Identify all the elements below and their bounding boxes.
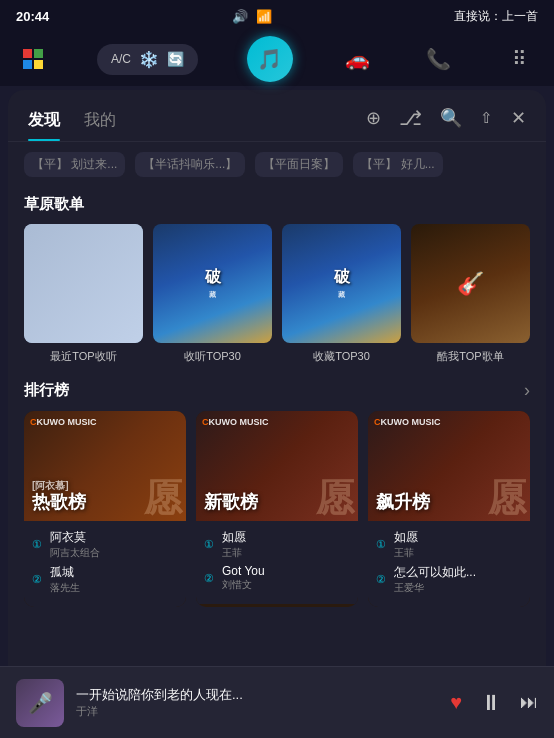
chart-bg-2: CKUWO MUSIC 愿 飙升榜 xyxy=(368,411,530,521)
kuwo-logo-2: CKUWO MUSIC xyxy=(374,417,441,427)
album-grid: 最近TOP收听 破 藏 收听TOP30 破 藏 xyxy=(24,224,530,364)
scroll-item-1[interactable]: 【半话抖响乐...】 xyxy=(135,152,245,177)
album-label-1: 收听TOP30 xyxy=(153,349,272,364)
chart-song-1-1[interactable]: ② Got You 刘惜文 xyxy=(204,564,350,592)
wifi-icon: 📶 xyxy=(256,9,272,24)
song-num: ② xyxy=(204,572,216,585)
song-name: 如愿 xyxy=(222,529,350,546)
song-artist: 王爱华 xyxy=(394,581,522,595)
chart-songs-1: ① 如愿 王菲 ② Got You 刘惜文 xyxy=(196,521,358,604)
volume-icon: 🔊 xyxy=(232,9,248,24)
player-thumbnail: 🎤 xyxy=(16,679,64,727)
album-cover-0 xyxy=(24,224,143,343)
tab-bar: 发现 我的 ⊕ ⎇ 🔍 ⇧ ✕ xyxy=(8,90,546,142)
kuwo-logo-0: CKUWO MUSIC xyxy=(30,417,97,427)
album-poster-3: 🎸 xyxy=(411,224,530,343)
song-name: 怎么可以如此... xyxy=(394,564,522,581)
chart-bg-text-2: 愿 xyxy=(488,479,526,517)
player-title: 一开始说陪你到老的人现在... xyxy=(76,686,438,704)
album-label-0: 最近TOP收听 xyxy=(24,349,143,364)
tab-discover[interactable]: 发现 xyxy=(28,102,60,141)
album-item-0[interactable]: 最近TOP收听 xyxy=(24,224,143,364)
windows-logo[interactable] xyxy=(18,44,48,74)
song-name: 阿衣莫 xyxy=(50,529,178,546)
album-poster-2: 破 藏 xyxy=(282,224,401,343)
song-artist: 刘惜文 xyxy=(222,578,350,592)
music-icon: 🎵 xyxy=(257,47,282,71)
logo-sq-green xyxy=(34,49,43,58)
album-cover-2: 破 藏 xyxy=(282,224,401,343)
scroll-item-3[interactable]: 【平】 好几... xyxy=(353,152,442,177)
chart-bg-text-0: 愿 xyxy=(144,479,182,517)
top-scroll-bar: 【平】 划过来... 【半话抖响乐...】 【平面日案】 【平】 好几... xyxy=(24,142,530,183)
chart-name-2: 飙升榜 xyxy=(376,493,430,513)
album-label-3: 酷我TOP歌单 xyxy=(411,349,530,364)
album-cover-3: 🎸 xyxy=(411,224,530,343)
song-artist: 王菲 xyxy=(394,546,522,560)
song-info: 如愿 王菲 xyxy=(222,529,350,560)
chart-song-0-1[interactable]: ② 孤城 落先生 xyxy=(32,564,178,595)
chart-songs-0: ① 阿衣莫 阿吉太组合 ② 孤城 落先生 xyxy=(24,521,186,607)
scroll-item-2[interactable]: 【平面日案】 xyxy=(255,152,343,177)
song-info: Got You 刘惜文 xyxy=(222,564,350,592)
song-info: 怎么可以如此... 王爱华 xyxy=(394,564,522,595)
song-num: ① xyxy=(204,538,216,551)
song-info: 孤城 落先生 xyxy=(50,564,178,595)
car-icon[interactable]: 🚗 xyxy=(342,43,374,75)
chart-song-2-0[interactable]: ① 如愿 王菲 xyxy=(376,529,522,560)
chart-name-0: [阿衣慕] 热歌榜 xyxy=(32,480,86,513)
ac-label: A/C xyxy=(111,52,131,66)
usb-icon[interactable]: ⎇ xyxy=(399,106,422,130)
song-artist: 落先生 xyxy=(50,581,178,595)
share-icon[interactable]: ⇧ xyxy=(480,109,493,127)
chart-card-2[interactable]: CKUWO MUSIC 愿 飙升榜 ① 如愿 王菲 xyxy=(368,411,530,607)
next-button[interactable]: ⏭ xyxy=(520,692,538,713)
recycle-icon: 🔄 xyxy=(167,51,184,67)
song-num: ① xyxy=(376,538,388,551)
heart-button[interactable]: ♥ xyxy=(450,691,462,714)
chart-bg-text-1: 愿 xyxy=(316,479,354,517)
player-controls: ♥ ⏸ ⏭ xyxy=(450,690,538,716)
chart-title: 排行榜 xyxy=(24,381,69,400)
bottom-player: 🎤 一开始说陪你到老的人现在... 于洋 ♥ ⏸ ⏭ xyxy=(0,666,554,738)
status-time: 20:44 xyxy=(16,9,49,24)
ac-control[interactable]: A/C ❄️ 🔄 xyxy=(97,44,198,75)
chart-card-1[interactable]: CKUWO MUSIC 愿 新歌榜 ① 如愿 王菲 xyxy=(196,411,358,607)
chart-arrow-icon[interactable]: › xyxy=(524,380,530,401)
main-panel: 发现 我的 ⊕ ⎇ 🔍 ⇧ ✕ 【平】 划过来... 【半话抖响乐...】 【平… xyxy=(8,90,546,690)
chart-grid: CKUWO MUSIC 愿 [阿衣慕] 热歌榜 ① 阿衣莫 阿吉太组合 xyxy=(24,411,530,607)
chart-song-2-1[interactable]: ② 怎么可以如此... 王爱华 xyxy=(376,564,522,595)
close-icon[interactable]: ✕ xyxy=(511,107,526,129)
player-info: 一开始说陪你到老的人现在... 于洋 xyxy=(76,686,438,719)
grassland-title: 草原歌单 xyxy=(24,195,530,214)
pause-button[interactable]: ⏸ xyxy=(480,690,502,716)
song-name: 如愿 xyxy=(394,529,522,546)
status-bar: 20:44 🔊 📶 直接说：上一首 xyxy=(0,0,554,32)
album-item-2[interactable]: 破 藏 收藏TOP30 xyxy=(282,224,401,364)
logo-sq-yellow xyxy=(34,60,43,69)
voice-command: 直接说：上一首 xyxy=(454,8,538,25)
phone-icon[interactable]: 📞 xyxy=(423,43,455,75)
album-item-1[interactable]: 破 藏 收听TOP30 xyxy=(153,224,272,364)
player-artist: 于洋 xyxy=(76,704,438,719)
search-icon[interactable]: 🔍 xyxy=(440,107,462,129)
panel-content: 【平】 划过来... 【半话抖响乐...】 【平面日案】 【平】 好几... 草… xyxy=(8,142,546,690)
music-app-button[interactable]: 🎵 xyxy=(247,36,293,82)
song-info: 如愿 王菲 xyxy=(394,529,522,560)
bluetooth-icon[interactable]: ⊕ xyxy=(366,107,381,129)
song-artist: 阿吉太组合 xyxy=(50,546,178,560)
chart-song-0-0[interactable]: ① 阿衣莫 阿吉太组合 xyxy=(32,529,178,560)
chart-card-0[interactable]: CKUWO MUSIC 愿 [阿衣慕] 热歌榜 ① 阿衣莫 阿吉太组合 xyxy=(24,411,186,607)
kuwo-logo-1: CKUWO MUSIC xyxy=(202,417,269,427)
song-num: ② xyxy=(32,573,44,586)
chart-name-1: 新歌榜 xyxy=(204,493,258,513)
grid-icon[interactable]: ⠿ xyxy=(504,43,536,75)
chart-songs-2: ① 如愿 王菲 ② 怎么可以如此... 王爱华 xyxy=(368,521,530,607)
chart-song-1-0[interactable]: ① 如愿 王菲 xyxy=(204,529,350,560)
scroll-item-0[interactable]: 【平】 划过来... xyxy=(24,152,125,177)
tab-mine[interactable]: 我的 xyxy=(84,102,116,141)
album-item-3[interactable]: 🎸 酷我TOP歌单 xyxy=(411,224,530,364)
song-name: Got You xyxy=(222,564,350,578)
fan-icon: ❄️ xyxy=(139,50,159,69)
song-info: 阿衣莫 阿吉太组合 xyxy=(50,529,178,560)
